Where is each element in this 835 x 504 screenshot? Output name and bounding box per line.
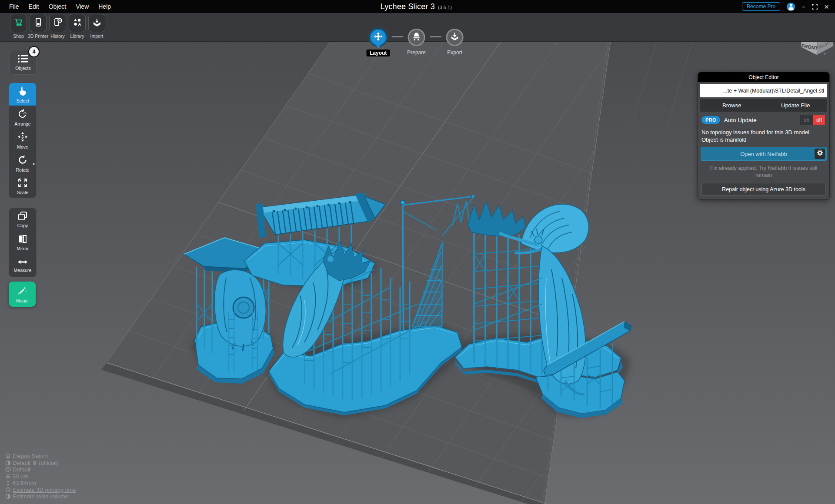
volume-icon (5, 494, 13, 499)
workflow-steps: Layout Prepare Export (365, 29, 468, 56)
toolbar-library[interactable]: A Library (67, 14, 87, 39)
tool-arrange[interactable]: Arrange (9, 106, 36, 129)
menu-file[interactable]: File (4, 3, 24, 10)
height-icon (5, 480, 13, 486)
resin-icon (5, 460, 13, 466)
layers-icon (5, 474, 13, 479)
edit-tool-group: Copy Mirror Measure (9, 208, 37, 277)
user-avatar[interactable] (787, 3, 795, 11)
tool-mirror[interactable]: Mirror (9, 231, 36, 254)
auto-update-label: Auto Update (724, 117, 800, 123)
object-editor-panel: Object Editor Browse Update File PRO Aut… (698, 72, 830, 200)
titlebar: File Edit Object View Help Lychee Slicer… (0, 0, 835, 13)
mirror-icon (18, 234, 27, 245)
layer-height-row: 50 um (5, 473, 76, 480)
fix-applied-note: Fix already applied. Try Netfabb if issu… (704, 165, 823, 179)
window-title: Lychee Slicer 3 (3.5.1) (381, 0, 452, 13)
arrange-icon (17, 109, 28, 121)
pro-badge: PRO (701, 116, 720, 124)
repair-azure-button[interactable]: Repair object using Azure 3D tools (701, 183, 826, 196)
open-netfabb-button[interactable]: Open with Netfabb (701, 147, 827, 161)
version-label: (3.5.1) (438, 5, 452, 10)
prepare-icon (412, 32, 421, 43)
lychee-slicer-window: File Edit Object View Help Lychee Slicer… (0, 0, 835, 504)
topology-status: No topology issues found for this 3D mod… (701, 129, 826, 136)
step-connector (430, 36, 441, 37)
toolbar-import[interactable]: Import (87, 14, 107, 39)
update-file-button[interactable]: Update File (764, 99, 828, 112)
select-hand-icon (18, 86, 27, 98)
tool-move[interactable]: Move (9, 129, 36, 152)
estimate-time-row: Estimate 3D printing time (5, 487, 76, 494)
transform-tool-group: Select Arrange (9, 83, 37, 198)
gear-icon (817, 149, 823, 158)
tool-copy[interactable]: Copy (9, 208, 36, 231)
scale-icon (18, 178, 27, 189)
palette-icon (5, 467, 13, 472)
menu-view[interactable]: View (71, 3, 94, 10)
objects-list-icon (17, 54, 29, 65)
toggle-on[interactable]: on (800, 115, 813, 125)
print-settings-summary: Elegoo Saturn Default ♛ (official) Defau… (5, 453, 76, 500)
measure-icon (17, 259, 28, 267)
printer-row: Elegoo Saturn (5, 453, 76, 460)
toggle-off[interactable]: off (813, 115, 825, 125)
menu-object[interactable]: Object (44, 3, 71, 10)
tool-rotate[interactable]: Rotate ▸ (9, 152, 36, 175)
svg-text:A: A (78, 22, 81, 27)
magic-wand-icon (17, 285, 27, 298)
toolbar-history[interactable]: History (48, 14, 67, 39)
maximize-icon[interactable] (812, 4, 818, 10)
printer-icon (5, 453, 13, 459)
auto-update-toggle: on off (800, 115, 826, 125)
copy-icon (18, 211, 27, 222)
file-path-input[interactable] (700, 84, 827, 97)
become-pro-button[interactable]: Become Pro (742, 2, 780, 11)
netfabb-settings-button[interactable] (815, 149, 825, 159)
rotate-flyout-chevron-icon[interactable]: ▸ (33, 161, 35, 166)
export-icon (450, 32, 460, 43)
estimate-volume-row: Estimate resin volume (5, 493, 76, 500)
toolbar-3d-printer[interactable]: 3D Printer (28, 14, 48, 39)
manifold-status: Object is manifold (701, 136, 826, 143)
import-icon (92, 17, 102, 29)
rotate-icon (17, 155, 28, 167)
panel-title: Object Editor (698, 72, 829, 82)
step-connector (392, 36, 403, 37)
estimate-volume-link[interactable]: Estimate resin volume (13, 493, 68, 500)
tab-prepare[interactable]: Prepare (403, 29, 430, 56)
menubar: File Edit Object View Help (0, 3, 116, 10)
printer-icon (33, 17, 43, 29)
view-cube-menu-chevron-icon[interactable]: ▾ (823, 50, 826, 57)
objects-button[interactable]: Objects 4 (10, 50, 37, 75)
model-height-row: 63.64mm (5, 480, 76, 487)
toolbar-shop[interactable]: Shop (9, 14, 28, 39)
objects-count-badge: 4 (28, 46, 40, 57)
cart-icon (14, 17, 23, 29)
move-icon (17, 132, 28, 144)
estimate-time-link[interactable]: Estimate 3D printing time (13, 487, 76, 493)
browse-button[interactable]: Browse (700, 99, 764, 112)
menu-help[interactable]: Help (94, 3, 116, 10)
close-icon[interactable]: × (824, 3, 829, 11)
magic-button[interactable]: Magic (9, 282, 36, 307)
resin-row: Default ♛ (official) (5, 460, 76, 467)
tool-select[interactable]: Select (9, 83, 36, 106)
minimize-button[interactable]: − (802, 3, 805, 10)
profile-row: Default (5, 466, 76, 473)
clock-icon (5, 487, 13, 493)
tab-layout[interactable]: Layout (365, 29, 392, 56)
tool-scale[interactable]: Scale (9, 175, 36, 198)
menu-edit[interactable]: Edit (24, 3, 44, 10)
layout-move-icon (373, 31, 384, 43)
history-icon (53, 17, 63, 29)
library-icon: A (73, 17, 82, 29)
top-toolbar: Shop 3D Printer History (0, 13, 835, 42)
tab-export[interactable]: Export (441, 29, 468, 56)
tool-measure[interactable]: Measure (9, 254, 36, 277)
